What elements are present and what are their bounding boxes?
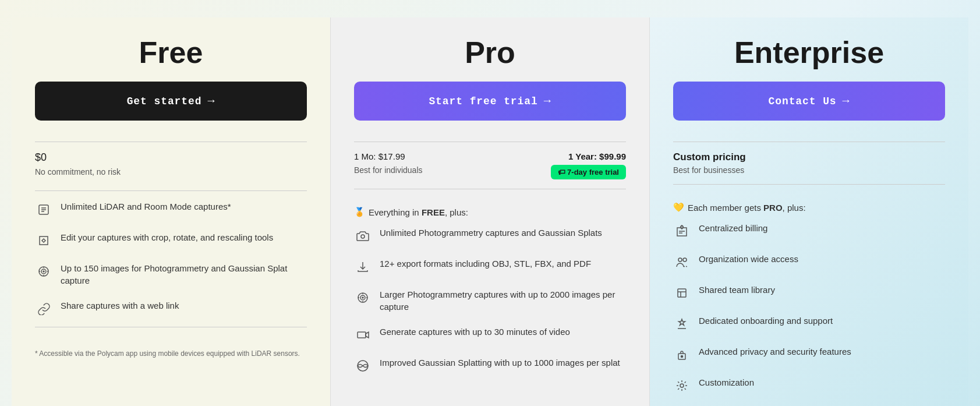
free-footnote: * Accessible via the Polycam app using m… xyxy=(35,348,307,359)
free-feature-3: Up to 150 images for Photogrammetry and … xyxy=(35,262,307,287)
pro-arrow: → xyxy=(544,94,551,108)
pro-intro-text: Everything in FREE, plus: xyxy=(369,207,468,217)
pro-pricing-row: 1 Mo: $17.99 1 Year: $99.99 xyxy=(354,151,626,161)
pro-feature-text-2: 12+ export formats including OBJ, STL, F… xyxy=(380,257,626,270)
pro-feature-text-1: Unlimited Photogrammetry captures and Ga… xyxy=(380,227,626,239)
get-started-arrow: → xyxy=(207,94,215,108)
enterprise-arrow: → xyxy=(843,94,850,108)
free-feature-1: Unlimited LiDAR and Room Mode captures* xyxy=(35,200,307,218)
svg-point-30 xyxy=(681,356,683,358)
free-feature-text-1: Unlimited LiDAR and Room Mode captures* xyxy=(61,200,307,213)
plan-free: Free Get started → $0 No commitment, no … xyxy=(12,17,330,406)
free-feature-text-2: Edit your captures with crop, rotate, an… xyxy=(61,231,307,243)
pro-feature-4: Generate captures with up to 30 minutes … xyxy=(354,326,626,344)
pro-sub-row: Best for individuals 🏷 7-day free trial xyxy=(354,165,626,179)
pro-feature-5: Improved Gaussian Splatting with up to 1… xyxy=(354,356,626,375)
security-icon xyxy=(673,346,691,363)
plan-pro: Pro Start free trial → 1 Mo: $17.99 1 Ye… xyxy=(330,17,650,406)
free-divider-2 xyxy=(35,190,307,191)
svg-point-14 xyxy=(362,297,363,298)
gaussian-icon xyxy=(354,357,372,375)
enterprise-feature-3: Shared team library xyxy=(673,284,945,302)
pro-feature-3: Larger Photogrammetry captures with up t… xyxy=(354,288,626,313)
pro-feature-1: Unlimited Photogrammetry captures and Ga… xyxy=(354,227,626,245)
pro-feature-text-3: Larger Photogrammetry captures with up t… xyxy=(380,288,626,313)
lidar-icon xyxy=(35,201,52,218)
enterprise-feature-5: Advanced privacy and security features xyxy=(673,345,945,363)
enterprise-price-sub: Best for businesses xyxy=(673,165,945,175)
enterprise-feature-text-4: Dedicated onboarding and support xyxy=(699,315,945,327)
enterprise-intro-emoji: 💛 xyxy=(673,202,684,213)
free-price: $0 xyxy=(35,151,307,164)
enterprise-divider-1 xyxy=(673,142,945,142)
contact-us-label: Contact Us xyxy=(769,96,837,107)
enterprise-intro-text: Each member gets PRO, plus: xyxy=(688,203,806,213)
svg-point-31 xyxy=(680,384,684,387)
svg-point-23 xyxy=(678,258,682,262)
video-icon xyxy=(354,326,372,344)
enterprise-features-list: Centralized billing Organization wide ac… xyxy=(673,222,945,394)
free-features-list: Unlimited LiDAR and Room Mode captures* … xyxy=(35,200,307,317)
start-free-trial-button[interactable]: Start free trial → xyxy=(354,82,626,121)
pro-feature-text-5: Improved Gaussian Splatting with up to 1… xyxy=(380,356,626,369)
get-started-button[interactable]: Get started → xyxy=(35,82,307,121)
plan-enterprise: Enterprise Contact Us → Custom pricing B… xyxy=(650,17,968,406)
pro-features-intro: 🏅 Everything in FREE, plus: xyxy=(354,207,626,217)
pro-intro-emoji: 🏅 xyxy=(354,207,365,217)
svg-rect-25 xyxy=(678,289,686,297)
free-feature-4: Share captures with a web link xyxy=(35,299,307,317)
export-icon xyxy=(354,258,372,276)
pro-divider-2 xyxy=(354,189,626,189)
pro-feature-2: 12+ export formats including OBJ, STL, F… xyxy=(354,257,626,276)
enterprise-feature-text-3: Shared team library xyxy=(699,284,945,296)
enterprise-feature-2: Organization wide access xyxy=(673,253,945,271)
free-plan-title: Free xyxy=(35,35,307,70)
pro-price-yearly: 1 Year: $99.99 xyxy=(568,151,626,161)
pro-features-list: Unlimited Photogrammetry captures and Ga… xyxy=(354,227,626,375)
free-feature-2: Edit your captures with crop, rotate, an… xyxy=(35,231,307,249)
pricing-page: Free Get started → $0 No commitment, no … xyxy=(0,0,980,406)
svg-rect-19 xyxy=(358,332,366,338)
free-divider-1 xyxy=(35,142,307,142)
link-icon xyxy=(35,300,52,317)
svg-point-6 xyxy=(43,271,44,272)
enterprise-feature-text-2: Organization wide access xyxy=(699,253,945,265)
photogrammetry-icon xyxy=(35,263,52,280)
billing-icon xyxy=(673,223,691,240)
pro-plan-title: Pro xyxy=(354,35,626,70)
onboarding-icon xyxy=(673,315,691,333)
free-feature-text-3: Up to 150 images for Photogrammetry and … xyxy=(61,262,307,287)
camera-icon xyxy=(354,227,372,245)
free-price-sub: No commitment, no risk xyxy=(35,167,307,176)
pro-divider-1 xyxy=(354,142,626,142)
large-capture-icon xyxy=(354,289,372,306)
trial-badge: 🏷 7-day free trial xyxy=(551,165,627,179)
enterprise-divider-2 xyxy=(673,184,945,185)
pro-price-monthly: 1 Mo: $17.99 xyxy=(354,151,405,161)
contact-us-button[interactable]: Contact Us → xyxy=(673,82,945,121)
get-started-label: Get started xyxy=(127,96,202,107)
team-library-icon xyxy=(673,284,691,302)
enterprise-features-intro: 💛 Each member gets PRO, plus: xyxy=(673,202,945,213)
free-divider-3 xyxy=(35,327,307,327)
enterprise-feature-text-6: Customization xyxy=(699,376,945,389)
enterprise-feature-text-1: Centralized billing xyxy=(699,222,945,234)
enterprise-feature-6: Customization xyxy=(673,376,945,394)
svg-point-11 xyxy=(361,235,365,238)
pro-price-sub: Best for individuals xyxy=(354,165,423,175)
enterprise-feature-text-5: Advanced privacy and security features xyxy=(699,345,945,358)
svg-point-24 xyxy=(683,258,687,262)
org-access-icon xyxy=(673,253,691,271)
enterprise-plan-title: Enterprise xyxy=(673,35,945,70)
edit-icon xyxy=(35,232,52,249)
enterprise-feature-1: Centralized billing xyxy=(673,222,945,240)
pro-feature-text-4: Generate captures with up to 30 minutes … xyxy=(380,326,626,338)
start-free-trial-label: Start free trial xyxy=(429,96,537,107)
customization-icon xyxy=(673,377,691,394)
free-feature-text-4: Share captures with a web link xyxy=(61,299,307,312)
enterprise-price: Custom pricing xyxy=(673,151,945,163)
enterprise-feature-4: Dedicated onboarding and support xyxy=(673,315,945,333)
